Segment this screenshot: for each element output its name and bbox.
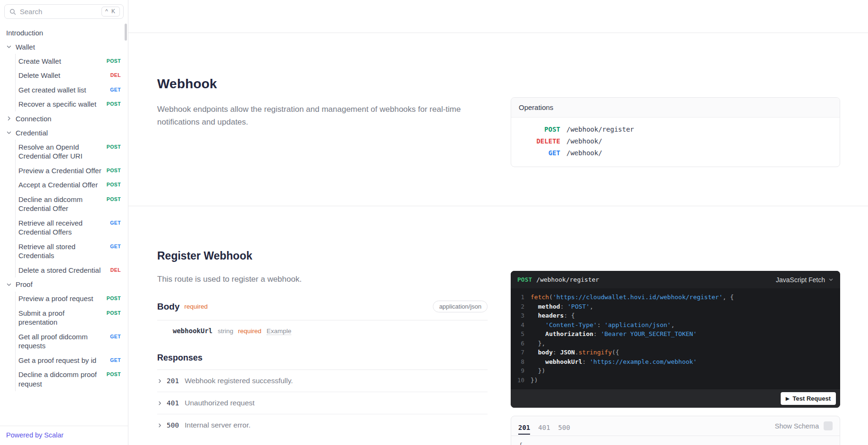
code-method: POST <box>517 276 532 283</box>
sidebar-item-label: Decline an didcomm Credential Offer <box>18 195 107 213</box>
line-number: 1 <box>511 293 531 302</box>
field-example-link[interactable]: Example <box>267 327 292 335</box>
sidebar-item-accept-a-credential-offer[interactable]: Accept a Credential Offer POST <box>16 178 128 193</box>
code-line: 7 body: JSON.stringify({ <box>511 348 840 357</box>
sidebar-item-label: Retrieve all stored Credentials <box>18 242 110 260</box>
sidebar-item-label: Get a proof request by id <box>18 356 110 365</box>
sidebar-item-retrieve-all-stored-credentials[interactable]: Retrieve all stored Credentials GET <box>16 239 128 263</box>
sidebar-group-connection[interactable]: Connection <box>0 111 128 126</box>
line-number: 10 <box>511 376 531 385</box>
sidebar-group-proof-children: Preview a proof request POST Submit a pr… <box>15 292 128 391</box>
test-request-button[interactable]: ▶ Test Request <box>781 392 836 405</box>
response-tab-201[interactable]: 201 <box>518 418 530 435</box>
line-number: 3 <box>511 311 531 320</box>
operation-link-register-webhook[interactable]: POST /webhook/register <box>519 124 832 135</box>
responses-title: Responses <box>157 353 488 370</box>
powered-by-scalar-link[interactable]: Powered by Scalar <box>6 431 64 439</box>
operation-path: /webhook/ <box>566 147 602 159</box>
sidebar-item-preview-a-proof-request[interactable]: Preview a proof request POST <box>16 292 128 306</box>
method-badge: POST <box>107 195 121 204</box>
sidebar-item-label: Accept a Credential Offer <box>18 180 107 190</box>
sidebar-item-create-wallet[interactable]: Create Wallet POST <box>16 54 128 68</box>
code-line: 8 webhookUrl: 'https://example.com/webho… <box>511 357 840 367</box>
method-badge: POST <box>107 100 121 109</box>
content-top-strip <box>128 0 868 33</box>
sidebar-group-label: Credential <box>16 129 48 137</box>
operation-method: DELETE <box>519 135 560 147</box>
code-text: }) <box>531 376 538 385</box>
line-number: 8 <box>511 357 531 367</box>
field-required-label: required <box>238 327 261 335</box>
sidebar-item-label: Delete a stored Credential <box>18 266 110 275</box>
method-badge: POST <box>107 166 121 176</box>
method-badge: POST <box>107 180 121 190</box>
response-row-500[interactable]: 500 Internal server error. <box>157 414 488 436</box>
main-content: Webhook Webhook endpoints allow the regi… <box>128 0 868 445</box>
sidebar-item-label: Recover a specific wallet <box>18 100 107 109</box>
sidebar-item-label: Delete Wallet <box>18 71 110 80</box>
method-badge: POST <box>107 57 121 66</box>
response-code: 401 <box>167 399 179 407</box>
content-type-badge: application/json <box>433 301 488 312</box>
response-row-401[interactable]: 401 Unauthorized request <box>157 392 488 414</box>
code-text: fetch('https://cloudwallet.hovi.id/webho… <box>531 293 733 302</box>
chevron-down-icon <box>828 277 834 282</box>
chevron-down-icon <box>6 282 12 287</box>
line-number: 5 <box>511 329 531 339</box>
sidebar-item-delete-wallet[interactable]: Delete Wallet DEL <box>16 68 128 83</box>
sidebar-item-preview-a-credential-offer[interactable]: Preview a Credential Offer POST <box>16 163 128 178</box>
response-description: Unauthorized request <box>185 399 254 407</box>
response-preview-body: { <box>511 436 840 445</box>
sidebar-item-decline-a-didcomm-proof-request[interactable]: Decline a didcomm proof request POST <box>16 368 128 391</box>
method-badge: POST <box>107 309 121 318</box>
sidebar-item-recover-a-specific-wallet[interactable]: Recover a specific wallet POST <box>16 97 128 112</box>
sidebar-item-get-a-proof-request-by-id[interactable]: Get a proof request by id GET <box>16 353 128 368</box>
sidebar-group-wallet-children: Create Wallet POST Delete Wallet DEL Get… <box>15 54 128 111</box>
sidebar-group-proof[interactable]: Proof <box>0 277 128 292</box>
sidebar-item-introduction[interactable]: Introduction <box>0 25 128 40</box>
section-title: Register Webhook <box>157 250 488 262</box>
sidebar-group-label: Wallet <box>16 43 35 51</box>
sidebar-item-retrieve-all-received-credential-offers[interactable]: Retrieve all received Credential Offers … <box>16 216 128 239</box>
code-line: 4 'Content-Type': 'application/json', <box>511 320 840 330</box>
show-schema-toggle[interactable]: Show Schema <box>775 421 833 430</box>
page-title: Webhook <box>157 76 488 92</box>
field-name: webhookUrl <box>173 327 212 335</box>
sidebar-scrollbar-thumb[interactable] <box>125 24 127 41</box>
sidebar-group-label: Proof <box>16 280 33 288</box>
chevron-down-icon <box>6 44 12 50</box>
operation-method: POST <box>519 124 560 135</box>
code-text: headers: { <box>531 311 575 320</box>
sidebar-group-wallet[interactable]: Wallet <box>0 40 128 54</box>
method-badge: GET <box>110 218 121 228</box>
sidebar-item-get-created-wallet-list[interactable]: Get created wallet list GET <box>16 83 128 97</box>
response-row-201[interactable]: 201 Webhook registered successfully. <box>157 370 488 392</box>
sidebar-item-submit-a-proof-presentation[interactable]: Submit a proof presentation POST <box>16 306 128 329</box>
request-body-header: Body required application/json <box>157 301 488 320</box>
operation-link-delete-webhook[interactable]: DELETE /webhook/ <box>519 135 832 147</box>
code-example-footer: ▶ Test Request <box>511 389 840 408</box>
sidebar: Search ^ K Introduction Wallet Create Wa… <box>0 0 128 445</box>
sidebar-item-delete-a-stored-credential[interactable]: Delete a stored Credential DEL <box>16 263 128 277</box>
sidebar-group-credential[interactable]: Credential <box>0 126 128 140</box>
language-selector[interactable]: JavaScript Fetch <box>776 276 834 284</box>
method-badge: GET <box>110 356 121 365</box>
sidebar-item-resolve-openid-credential-offer-uri[interactable]: Resolve an OpenId Credential Offer URI P… <box>16 140 128 163</box>
response-tab-401[interactable]: 401 <box>538 418 550 435</box>
sidebar-item-decline-an-didcomm-credential-offer[interactable]: Decline an didcomm Credential Offer POST <box>16 192 128 216</box>
operation-link-get-webhook[interactable]: GET /webhook/ <box>519 147 832 159</box>
chevron-right-icon <box>157 378 162 384</box>
webhook-description: Webhook endpoints allow the registration… <box>157 103 466 128</box>
response-code: 500 <box>167 421 179 429</box>
chevron-down-icon <box>6 130 12 135</box>
line-number: 7 <box>511 348 531 357</box>
operation-path: /webhook/ <box>566 135 602 147</box>
code-line: 2 method: 'POST', <box>511 302 840 311</box>
code-path: /webhook/register <box>536 276 599 283</box>
search-input[interactable]: Search ^ K <box>4 4 124 19</box>
method-badge: GET <box>110 332 121 342</box>
code-lines: 1fetch('https://cloudwallet.hovi.id/webh… <box>511 288 840 389</box>
sidebar-item-label: Preview a proof request <box>18 294 107 303</box>
response-tab-500[interactable]: 500 <box>558 418 570 435</box>
sidebar-item-get-all-proof-didcomm-requests[interactable]: Get all proof didcomm requests GET <box>16 329 128 353</box>
